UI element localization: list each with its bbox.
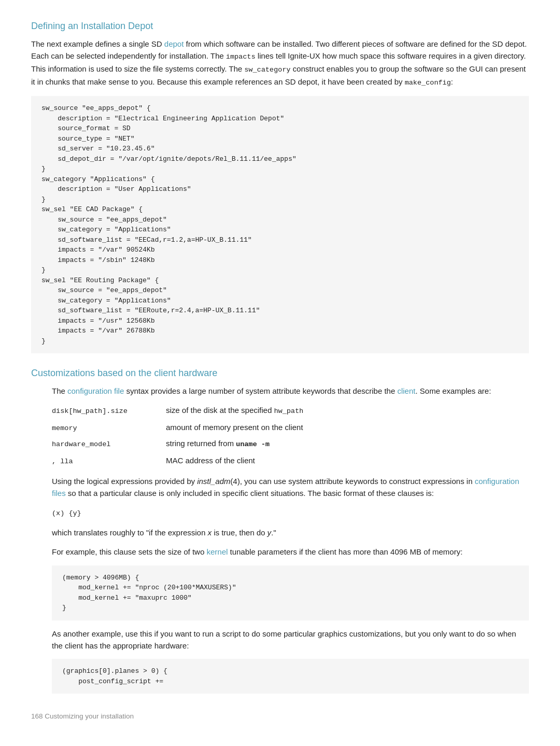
- depot-link[interactable]: depot: [164, 39, 184, 48]
- make-config-code: make_config: [404, 79, 451, 87]
- section2-title: Customizations based on the client hardw…: [31, 368, 529, 379]
- client-link[interactable]: client: [397, 386, 415, 395]
- section2-para2: Using the logical expressions provided b…: [52, 475, 529, 500]
- section1: Defining an Installation Depot The next …: [31, 21, 529, 353]
- col1-hardware: hardware_model: [52, 440, 166, 448]
- section2-content: The configuration file syntax provides a…: [31, 385, 529, 694]
- table-row-1: disk[hw_path].size size of the disk at t…: [52, 404, 529, 417]
- section2-code2: (memory > 4096MB) { mod_kernel += "nproc…: [52, 565, 529, 620]
- table-row-3: hardware_model string returned from unam…: [52, 437, 529, 450]
- section2-para3: For example, this clause sets the size o…: [52, 546, 529, 558]
- which-text: which translates roughly to "if the expr…: [52, 527, 529, 538]
- section1-intro: The next example defines a single SD dep…: [31, 38, 529, 89]
- impacts-code: impacts: [226, 53, 256, 61]
- section2-intro: The configuration file syntax provides a…: [52, 385, 529, 397]
- configuration-file-link[interactable]: configuration file: [67, 386, 124, 395]
- section2-code3: (graphics[0].planes > 0) { post_config_s…: [52, 659, 529, 694]
- configuration-files-link[interactable]: configuration files: [52, 477, 519, 498]
- section2-para4: As another example, use this if you want…: [52, 628, 529, 652]
- section2: Customizations based on the client hardw…: [31, 368, 529, 694]
- col2-lla: MAC address of the client: [166, 454, 255, 466]
- col2-memory: amount of memory present on the client: [166, 421, 303, 433]
- table-row-2: memory amount of memory present on the c…: [52, 421, 529, 433]
- sw-category-code: sw_category: [244, 66, 290, 74]
- format-display: (x) {y}: [52, 506, 529, 519]
- col1-memory: memory: [52, 424, 166, 432]
- col2-disk: size of the disk at the specified hw_pat…: [166, 404, 303, 417]
- footer: 168 Customizing your installation: [31, 712, 529, 720]
- instl-adm-italic: instl_adm: [197, 477, 230, 486]
- section1-code-block: sw_source "ee_apps_depot" { description …: [31, 96, 529, 353]
- col1-disk: disk[hw_path].size: [52, 407, 166, 415]
- col2-hardware: string returned from uname -m: [166, 437, 270, 450]
- kernel-link[interactable]: kernel: [206, 547, 228, 556]
- table-row-4: , lla MAC address of the client: [52, 454, 529, 466]
- col1-lla: , lla: [52, 458, 166, 465]
- section1-title: Defining an Installation Depot: [31, 21, 529, 32]
- keyword-table: disk[hw_path].size size of the disk at t…: [52, 404, 529, 466]
